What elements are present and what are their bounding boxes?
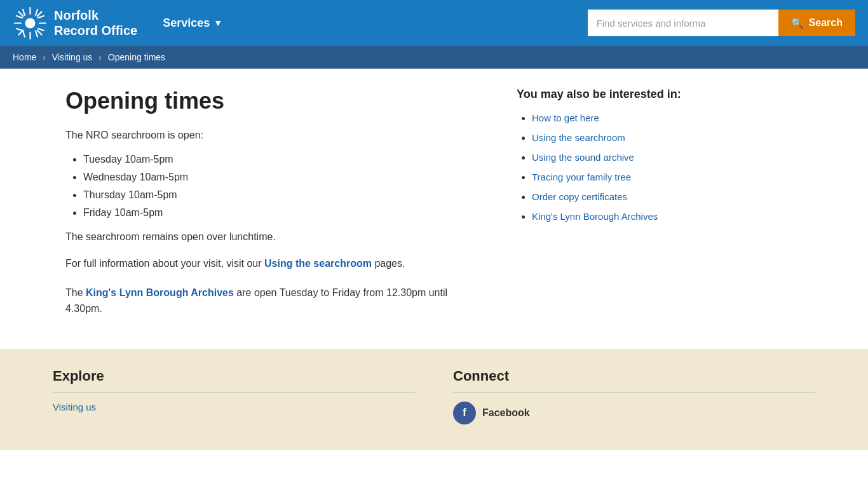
klba-link[interactable]: King's Lynn Borough Archives bbox=[86, 287, 234, 298]
visit-before: For full information about your visit, v… bbox=[65, 258, 264, 269]
site-footer: Explore Visiting us Connect f Facebook bbox=[0, 349, 868, 450]
list-item: Tracing your family tree bbox=[532, 172, 707, 182]
list-item: Friday 10am-5pm bbox=[83, 207, 478, 219]
sidebar: You may also be interested in: How to ge… bbox=[517, 88, 707, 317]
note-text: The searchroom remains open over lunchti… bbox=[65, 231, 478, 243]
visit-after: pages. bbox=[372, 258, 405, 269]
svg-line-15 bbox=[17, 16, 22, 18]
visit-text: For full information about your visit, v… bbox=[65, 255, 478, 272]
content-area: Opening times The NRO searchroom is open… bbox=[65, 88, 478, 317]
svg-line-16 bbox=[38, 29, 44, 30]
page-title: Opening times bbox=[65, 88, 478, 114]
svg-point-0 bbox=[25, 18, 36, 28]
sidebar-heading: You may also be interested in: bbox=[517, 88, 707, 101]
search-area: 🔍 Search bbox=[588, 10, 855, 36]
sidebar-link-klba[interactable]: King's Lynn Borough Archives bbox=[532, 211, 658, 222]
logo-text: Norfolk Record Office bbox=[54, 8, 137, 38]
footer-explore-heading: Explore bbox=[53, 368, 415, 393]
sidebar-link-using-searchroom[interactable]: Using the searchroom bbox=[532, 132, 625, 143]
svg-line-5 bbox=[19, 11, 24, 16]
list-item: Order copy certificates bbox=[532, 191, 707, 202]
facebook-link[interactable]: f Facebook bbox=[453, 402, 815, 424]
services-label: Services bbox=[163, 17, 210, 30]
main-container: Opening times The NRO searchroom is open… bbox=[53, 69, 815, 349]
chevron-down-icon: ▼ bbox=[214, 18, 222, 28]
footer-connect-col: Connect f Facebook bbox=[453, 368, 815, 424]
list-item: King's Lynn Borough Archives bbox=[532, 211, 707, 222]
breadcrumb-sep-1: › bbox=[43, 52, 46, 62]
svg-line-13 bbox=[36, 10, 37, 15]
list-item: Tuesday 10am-5pm bbox=[83, 154, 478, 165]
site-header: Norfolk Record Office Services ▼ 🔍 Searc… bbox=[0, 0, 868, 46]
logo-icon bbox=[13, 6, 48, 41]
sidebar-link-family-tree[interactable]: Tracing your family tree bbox=[532, 172, 631, 182]
hours-list: Tuesday 10am-5pm Wednesday 10am-5pm Thur… bbox=[65, 154, 478, 219]
footer-explore-col: Explore Visiting us bbox=[53, 368, 415, 424]
breadcrumb-home[interactable]: Home bbox=[13, 52, 36, 62]
search-icon: 🔍 bbox=[791, 17, 804, 29]
footer-connect-heading: Connect bbox=[453, 368, 815, 393]
services-button[interactable]: Services ▼ bbox=[163, 17, 222, 30]
svg-line-7 bbox=[37, 11, 42, 16]
intro-text: The NRO searchroom is open: bbox=[65, 130, 478, 141]
list-item: How to get here bbox=[532, 112, 707, 123]
list-item: Thursday 10am-5pm bbox=[83, 189, 478, 201]
footer-visiting-us-link[interactable]: Visiting us bbox=[53, 402, 415, 412]
list-item: Using the sound archive bbox=[532, 152, 707, 163]
search-input[interactable] bbox=[588, 10, 778, 36]
svg-line-10 bbox=[36, 31, 37, 37]
list-item: Wednesday 10am-5pm bbox=[83, 172, 478, 183]
svg-line-12 bbox=[17, 29, 22, 30]
list-item: Using the searchroom bbox=[532, 132, 707, 143]
footer-inner: Explore Visiting us Connect f Facebook bbox=[53, 368, 815, 424]
klba-text: The King's Lynn Borough Archives are ope… bbox=[65, 285, 478, 317]
sidebar-list: How to get here Using the searchroom Usi… bbox=[517, 112, 707, 222]
search-button-label: Search bbox=[809, 17, 843, 29]
using-searchroom-link[interactable]: Using the searchroom bbox=[264, 258, 372, 269]
breadcrumb: Home › Visiting us › Opening times bbox=[0, 46, 868, 69]
breadcrumb-current: Opening times bbox=[108, 52, 165, 62]
sidebar-link-how-to-get-here[interactable]: How to get here bbox=[532, 112, 599, 123]
search-button[interactable]: 🔍 Search bbox=[778, 10, 855, 36]
logo-area[interactable]: Norfolk Record Office bbox=[13, 6, 137, 41]
svg-line-6 bbox=[37, 30, 42, 34]
klba-before: The bbox=[65, 287, 86, 298]
svg-line-14 bbox=[23, 31, 25, 37]
sidebar-link-sound-archive[interactable]: Using the sound archive bbox=[532, 152, 634, 163]
facebook-icon: f bbox=[453, 402, 476, 424]
breadcrumb-sep-2: › bbox=[98, 52, 102, 62]
facebook-label: Facebook bbox=[482, 407, 530, 419]
breadcrumb-visiting-us[interactable]: Visiting us bbox=[52, 52, 93, 62]
svg-line-11 bbox=[38, 16, 44, 18]
sidebar-link-copy-certs[interactable]: Order copy certificates bbox=[532, 191, 627, 202]
svg-line-9 bbox=[23, 10, 25, 15]
header-left: Norfolk Record Office Services ▼ bbox=[13, 6, 222, 41]
